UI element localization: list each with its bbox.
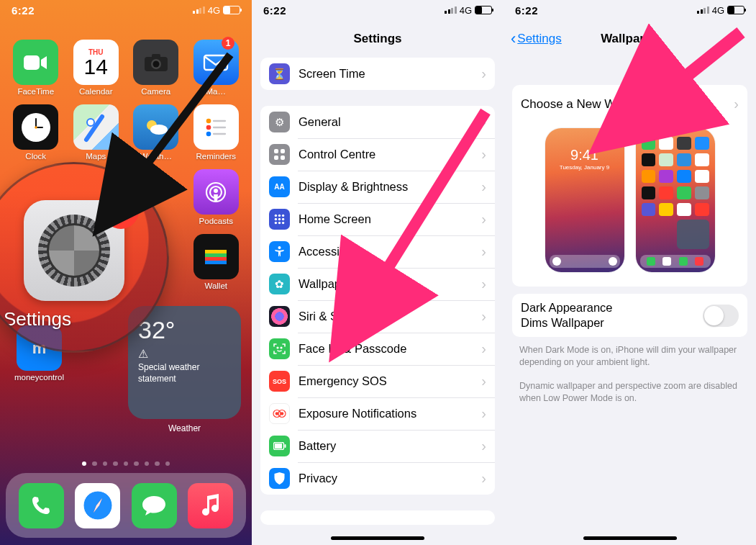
row-exposure[interactable]: Exposure Notifications › <box>260 397 495 430</box>
row-control-centre[interactable]: Control Centre › <box>260 138 495 171</box>
svg-rect-32 <box>274 149 278 153</box>
chevron-right-icon: › <box>481 243 486 260</box>
wallpaper-previews: 9:41 Tuesday, January 9 <box>521 128 739 272</box>
svg-rect-33 <box>281 149 285 153</box>
row-faceid[interactable]: Face ID & Passcode › <box>260 333 495 365</box>
signal-icon <box>445 6 457 14</box>
dock-safari-icon[interactable] <box>75 483 120 528</box>
svg-point-46 <box>277 347 278 348</box>
home-indicator[interactable] <box>583 536 677 540</box>
svg-rect-35 <box>281 156 285 160</box>
row-wallpaper[interactable]: ✿ Wallpaper › <box>260 268 495 300</box>
chevron-right-icon: › <box>481 438 486 454</box>
weather-icon <box>133 104 178 150</box>
app-label: Podcasts <box>199 217 233 225</box>
lockscreen-preview[interactable]: 9:41 Tuesday, January 9 <box>545 128 624 272</box>
svg-point-44 <box>282 222 284 224</box>
row-label: Accessibility <box>299 245 481 258</box>
reminders-icon <box>193 104 239 150</box>
row-battery[interactable]: Battery › <box>260 430 495 462</box>
lockscreen-time: 9:41 <box>545 147 624 163</box>
status-time: 6:22 <box>515 4 538 17</box>
page-indicator[interactable] <box>0 461 252 467</box>
facetime-icon <box>13 40 58 85</box>
chevron-right-icon: › <box>481 211 486 228</box>
row-home-screen[interactable]: Home Screen › <box>260 203 495 235</box>
lockscreen-date: Tuesday, January 9 <box>545 164 624 171</box>
choose-wallpaper-row[interactable]: Choose a New Wallpaper › <box>521 96 739 112</box>
app-label: Clock <box>25 152 46 161</box>
row-privacy[interactable]: Privacy › <box>260 462 495 495</box>
app-reminders[interactable]: Reminders <box>193 104 240 161</box>
row-accessibility[interactable]: Accessibility › <box>260 235 495 268</box>
row-label: Wallpaper <box>299 277 481 291</box>
clock-icon <box>13 104 58 150</box>
svg-rect-54 <box>275 443 282 449</box>
app-clock[interactable]: Clock <box>13 104 59 161</box>
chevron-left-icon: ‹ <box>511 30 516 48</box>
app-wallet[interactable]: Wallet <box>193 234 240 290</box>
general-icon: ⚙ <box>269 112 290 132</box>
control-centre-icon <box>269 144 290 165</box>
row-label: Face ID & Passcode <box>299 342 481 356</box>
footnote-lowpower: Dynamic wallpaper and perspective zoom a… <box>519 380 740 405</box>
row-display[interactable]: AA Display & Brightness › <box>260 171 495 203</box>
dock-music-icon[interactable] <box>188 483 233 528</box>
svg-rect-23 <box>205 250 227 253</box>
row-label: Emergency SOS <box>299 374 481 388</box>
back-button[interactable]: ‹ Settings <box>511 30 562 48</box>
chevron-right-icon: › <box>481 114 486 130</box>
row-general[interactable]: ⚙ General › <box>260 106 495 138</box>
faceid-icon <box>269 338 290 359</box>
app-calendar[interactable]: THU 14 Calendar <box>73 40 119 96</box>
svg-point-13 <box>206 118 211 123</box>
home-indicator[interactable] <box>331 536 424 540</box>
homescreen-preview[interactable] <box>636 128 715 272</box>
svg-point-40 <box>278 218 281 220</box>
row-sos[interactable]: SOS Emergency SOS › <box>260 365 495 397</box>
svg-point-51 <box>281 412 284 415</box>
row-screen-time[interactable]: ⏳ Screen Time › <box>260 58 495 90</box>
svg-point-45 <box>278 246 281 249</box>
mail-badge: 1 <box>222 37 234 50</box>
svg-point-50 <box>275 412 279 415</box>
footnote-dark: When Dark Mode is on, iPhone will dim yo… <box>519 344 740 369</box>
dock-phone-icon[interactable] <box>19 483 64 528</box>
battery-icon <box>475 6 492 14</box>
settings-label-zoom: Settings <box>4 308 71 330</box>
svg-point-47 <box>281 347 282 348</box>
app-weather[interactable]: Weath… <box>133 104 179 161</box>
app-label: Weath… <box>140 152 172 161</box>
row-label: Privacy <box>299 472 481 485</box>
app-camera[interactable]: Camera <box>133 40 179 96</box>
chevron-right-icon: › <box>481 341 486 357</box>
network-label: 4G <box>460 5 472 16</box>
status-time: 6:22 <box>12 4 35 17</box>
svg-point-12 <box>150 125 168 135</box>
dock-messages-icon[interactable] <box>132 483 177 528</box>
signal-icon <box>697 6 709 14</box>
battery-icon <box>223 6 240 14</box>
row-siri[interactable]: Siri & Search › <box>260 300 495 333</box>
app-podcasts[interactable]: Podcasts <box>193 169 240 225</box>
svg-point-39 <box>275 218 277 220</box>
gear-icon <box>38 215 110 287</box>
weather-widget[interactable]: 32° ⚠︎ Special weather statement Weather <box>128 306 241 419</box>
camera-icon <box>133 40 178 85</box>
app-maps[interactable]: Maps <box>73 104 119 161</box>
svg-point-41 <box>282 218 284 220</box>
widget-temperature: 32° <box>138 316 231 344</box>
row-label: Siri & Search <box>299 310 481 323</box>
settings-list-panel: 6:22 4G Settings ⏳ Screen Time › ⚙ Gener… <box>252 0 504 545</box>
svg-point-36 <box>275 215 277 217</box>
svg-rect-5 <box>204 55 227 70</box>
podcasts-icon <box>193 169 239 215</box>
app-label: FaceTime <box>17 87 54 96</box>
svg-rect-24 <box>205 253 227 257</box>
svg-point-15 <box>206 131 211 136</box>
app-facetime[interactable]: FaceTime <box>13 40 59 96</box>
navbar: ‹ Settings Wallpaper <box>504 22 756 56</box>
dark-appearance-toggle[interactable] <box>703 305 739 327</box>
app-mail[interactable]: 1 Ma… <box>193 40 240 96</box>
sos-icon: SOS <box>269 371 290 392</box>
